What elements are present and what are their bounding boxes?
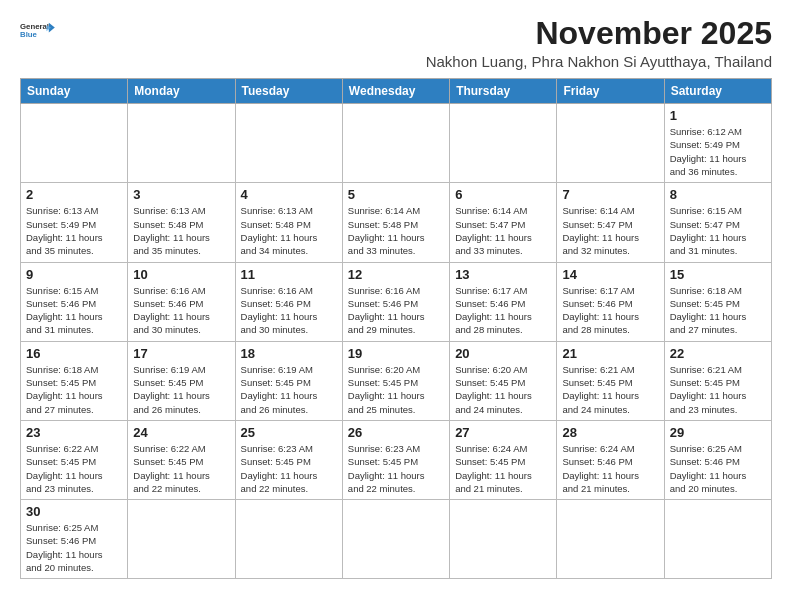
weekday-header-thursday: Thursday <box>450 79 557 104</box>
day-number: 20 <box>455 346 551 361</box>
calendar-cell: 27Sunrise: 6:24 AMSunset: 5:45 PMDayligh… <box>450 420 557 499</box>
week-row-3: 9Sunrise: 6:15 AMSunset: 5:46 PMDaylight… <box>21 262 772 341</box>
calendar-cell: 20Sunrise: 6:20 AMSunset: 5:45 PMDayligh… <box>450 341 557 420</box>
day-info: Sunrise: 6:25 AMSunset: 5:46 PMDaylight:… <box>670 442 766 495</box>
calendar-cell: 4Sunrise: 6:13 AMSunset: 5:48 PMDaylight… <box>235 183 342 262</box>
calendar-cell: 12Sunrise: 6:16 AMSunset: 5:46 PMDayligh… <box>342 262 449 341</box>
day-info: Sunrise: 6:22 AMSunset: 5:45 PMDaylight:… <box>26 442 122 495</box>
day-number: 29 <box>670 425 766 440</box>
day-number: 5 <box>348 187 444 202</box>
day-info: Sunrise: 6:14 AMSunset: 5:48 PMDaylight:… <box>348 204 444 257</box>
calendar-cell: 26Sunrise: 6:23 AMSunset: 5:45 PMDayligh… <box>342 420 449 499</box>
calendar-cell: 15Sunrise: 6:18 AMSunset: 5:45 PMDayligh… <box>664 262 771 341</box>
day-info: Sunrise: 6:24 AMSunset: 5:45 PMDaylight:… <box>455 442 551 495</box>
calendar-cell <box>235 104 342 183</box>
page-header: General Blue November 2025 Nakhon Luang,… <box>20 16 772 70</box>
calendar-cell: 23Sunrise: 6:22 AMSunset: 5:45 PMDayligh… <box>21 420 128 499</box>
calendar-cell <box>450 500 557 579</box>
calendar-cell: 2Sunrise: 6:13 AMSunset: 5:49 PMDaylight… <box>21 183 128 262</box>
day-info: Sunrise: 6:20 AMSunset: 5:45 PMDaylight:… <box>348 363 444 416</box>
calendar-cell: 10Sunrise: 6:16 AMSunset: 5:46 PMDayligh… <box>128 262 235 341</box>
day-number: 19 <box>348 346 444 361</box>
calendar-cell <box>128 104 235 183</box>
day-info: Sunrise: 6:14 AMSunset: 5:47 PMDaylight:… <box>455 204 551 257</box>
calendar-title-area: November 2025 Nakhon Luang, Phra Nakhon … <box>56 16 772 70</box>
svg-text:Blue: Blue <box>20 30 38 39</box>
day-number: 22 <box>670 346 766 361</box>
calendar-cell: 9Sunrise: 6:15 AMSunset: 5:46 PMDaylight… <box>21 262 128 341</box>
day-number: 3 <box>133 187 229 202</box>
day-number: 8 <box>670 187 766 202</box>
day-number: 1 <box>670 108 766 123</box>
calendar-cell: 8Sunrise: 6:15 AMSunset: 5:47 PMDaylight… <box>664 183 771 262</box>
calendar-cell: 18Sunrise: 6:19 AMSunset: 5:45 PMDayligh… <box>235 341 342 420</box>
weekday-header-row: SundayMondayTuesdayWednesdayThursdayFrid… <box>21 79 772 104</box>
week-row-5: 23Sunrise: 6:22 AMSunset: 5:45 PMDayligh… <box>21 420 772 499</box>
weekday-header-tuesday: Tuesday <box>235 79 342 104</box>
calendar-cell: 24Sunrise: 6:22 AMSunset: 5:45 PMDayligh… <box>128 420 235 499</box>
day-number: 16 <box>26 346 122 361</box>
day-number: 24 <box>133 425 229 440</box>
calendar-cell <box>342 104 449 183</box>
day-number: 18 <box>241 346 337 361</box>
day-info: Sunrise: 6:23 AMSunset: 5:45 PMDaylight:… <box>348 442 444 495</box>
day-info: Sunrise: 6:18 AMSunset: 5:45 PMDaylight:… <box>26 363 122 416</box>
day-info: Sunrise: 6:14 AMSunset: 5:47 PMDaylight:… <box>562 204 658 257</box>
day-number: 2 <box>26 187 122 202</box>
day-number: 13 <box>455 267 551 282</box>
location-subtitle: Nakhon Luang, Phra Nakhon Si Ayutthaya, … <box>56 53 772 70</box>
day-info: Sunrise: 6:21 AMSunset: 5:45 PMDaylight:… <box>562 363 658 416</box>
calendar-cell: 28Sunrise: 6:24 AMSunset: 5:46 PMDayligh… <box>557 420 664 499</box>
day-number: 14 <box>562 267 658 282</box>
generalblue-logo-icon: General Blue <box>20 20 56 40</box>
calendar-cell: 17Sunrise: 6:19 AMSunset: 5:45 PMDayligh… <box>128 341 235 420</box>
calendar-cell <box>342 500 449 579</box>
day-info: Sunrise: 6:16 AMSunset: 5:46 PMDaylight:… <box>348 284 444 337</box>
calendar-cell: 14Sunrise: 6:17 AMSunset: 5:46 PMDayligh… <box>557 262 664 341</box>
calendar-cell: 16Sunrise: 6:18 AMSunset: 5:45 PMDayligh… <box>21 341 128 420</box>
day-info: Sunrise: 6:13 AMSunset: 5:49 PMDaylight:… <box>26 204 122 257</box>
calendar-cell: 30Sunrise: 6:25 AMSunset: 5:46 PMDayligh… <box>21 500 128 579</box>
day-info: Sunrise: 6:18 AMSunset: 5:45 PMDaylight:… <box>670 284 766 337</box>
calendar-cell <box>128 500 235 579</box>
weekday-header-monday: Monday <box>128 79 235 104</box>
calendar-cell: 3Sunrise: 6:13 AMSunset: 5:48 PMDaylight… <box>128 183 235 262</box>
day-number: 30 <box>26 504 122 519</box>
weekday-header-saturday: Saturday <box>664 79 771 104</box>
day-info: Sunrise: 6:19 AMSunset: 5:45 PMDaylight:… <box>241 363 337 416</box>
day-number: 15 <box>670 267 766 282</box>
calendar-cell: 22Sunrise: 6:21 AMSunset: 5:45 PMDayligh… <box>664 341 771 420</box>
day-info: Sunrise: 6:13 AMSunset: 5:48 PMDaylight:… <box>241 204 337 257</box>
day-number: 23 <box>26 425 122 440</box>
calendar-cell <box>557 500 664 579</box>
day-info: Sunrise: 6:20 AMSunset: 5:45 PMDaylight:… <box>455 363 551 416</box>
weekday-header-sunday: Sunday <box>21 79 128 104</box>
day-info: Sunrise: 6:17 AMSunset: 5:46 PMDaylight:… <box>562 284 658 337</box>
day-number: 12 <box>348 267 444 282</box>
day-number: 7 <box>562 187 658 202</box>
calendar-cell <box>557 104 664 183</box>
day-number: 11 <box>241 267 337 282</box>
calendar-cell: 7Sunrise: 6:14 AMSunset: 5:47 PMDaylight… <box>557 183 664 262</box>
logo: General Blue <box>20 16 56 42</box>
day-info: Sunrise: 6:23 AMSunset: 5:45 PMDaylight:… <box>241 442 337 495</box>
day-info: Sunrise: 6:15 AMSunset: 5:46 PMDaylight:… <box>26 284 122 337</box>
week-row-2: 2Sunrise: 6:13 AMSunset: 5:49 PMDaylight… <box>21 183 772 262</box>
day-info: Sunrise: 6:22 AMSunset: 5:45 PMDaylight:… <box>133 442 229 495</box>
day-info: Sunrise: 6:15 AMSunset: 5:47 PMDaylight:… <box>670 204 766 257</box>
calendar-cell: 21Sunrise: 6:21 AMSunset: 5:45 PMDayligh… <box>557 341 664 420</box>
week-row-6: 30Sunrise: 6:25 AMSunset: 5:46 PMDayligh… <box>21 500 772 579</box>
day-info: Sunrise: 6:25 AMSunset: 5:46 PMDaylight:… <box>26 521 122 574</box>
day-number: 6 <box>455 187 551 202</box>
month-title: November 2025 <box>56 16 772 51</box>
day-number: 10 <box>133 267 229 282</box>
svg-text:General: General <box>20 22 49 31</box>
calendar-cell: 19Sunrise: 6:20 AMSunset: 5:45 PMDayligh… <box>342 341 449 420</box>
calendar-cell <box>450 104 557 183</box>
day-number: 17 <box>133 346 229 361</box>
calendar-cell <box>664 500 771 579</box>
day-info: Sunrise: 6:16 AMSunset: 5:46 PMDaylight:… <box>133 284 229 337</box>
calendar-cell <box>21 104 128 183</box>
day-info: Sunrise: 6:21 AMSunset: 5:45 PMDaylight:… <box>670 363 766 416</box>
day-info: Sunrise: 6:12 AMSunset: 5:49 PMDaylight:… <box>670 125 766 178</box>
